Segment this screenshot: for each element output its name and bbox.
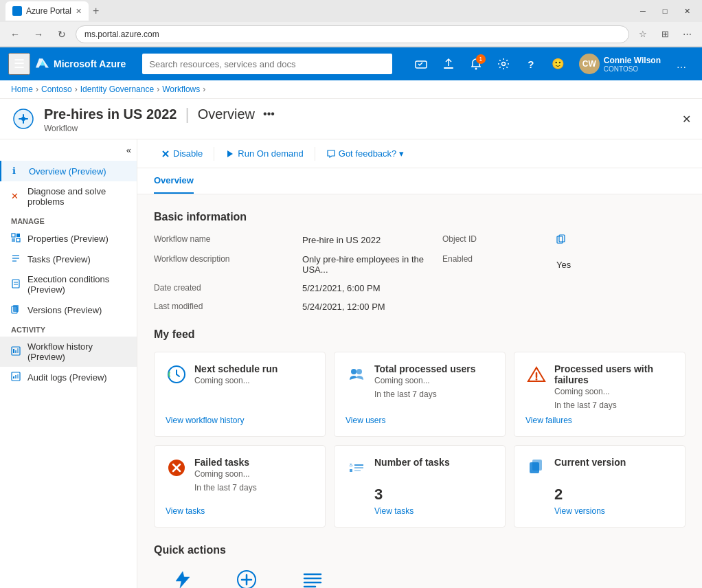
properties-icon [11, 233, 22, 244]
last-modified-value: 5/24/2021, 12:00 PM [302, 302, 431, 312]
user-menu[interactable]: CW Connie Wilson CONTOSO [574, 51, 666, 77]
disable-button[interactable]: Disable [154, 145, 210, 162]
favorites-button[interactable]: ☆ [633, 25, 653, 44]
svg-rect-6 [12, 234, 15, 237]
warning-triangle-icon [527, 365, 546, 384]
breadcrumb-home[interactable]: Home [11, 84, 33, 94]
more-button[interactable]: … [669, 52, 694, 76]
page-more-button[interactable]: ••• [260, 105, 278, 123]
svg-rect-24 [15, 375, 16, 378]
nav-actions: ☆ ⊞ ⋯ [633, 25, 697, 44]
sidebar-item-diagnose-label: Diagnose and solve problems [27, 186, 126, 207]
object-id-value [556, 234, 686, 246]
date-created-value: 5/21/2021, 6:00 PM [302, 283, 431, 293]
wf-desc-label: Workflow description [154, 254, 291, 275]
maximize-button[interactable]: □ [655, 4, 675, 18]
search-input[interactable] [142, 54, 392, 74]
tab-close-btn[interactable]: ✕ [76, 7, 82, 16]
card-processed-failures-subtitle: Coming soon... [554, 387, 674, 396]
extensions-button[interactable]: ⋯ [677, 25, 697, 44]
page-header: Pre-hires in US 2022 | Overview ••• Work… [0, 99, 702, 139]
card-total-users-header: Total processed users Coming soon... [346, 363, 494, 385]
forward-button[interactable]: → [29, 25, 48, 44]
settings-button[interactable] [491, 52, 516, 76]
avatar-initials: CW [582, 59, 596, 69]
content-area: Disable Run On demand Got feedback? ▾ Ov… [137, 139, 702, 588]
tasks-list-icon [347, 458, 366, 477]
sidebar-item-tasks[interactable]: Tasks (Preview) [0, 249, 137, 269]
notifications-button[interactable]: 1 [464, 52, 488, 76]
topbar-search-area [142, 54, 392, 74]
sidebar-collapse-button[interactable]: « [0, 139, 137, 161]
feedback-button[interactable]: 🙂 [546, 52, 571, 76]
help-button[interactable]: ? [519, 52, 543, 76]
breadcrumb: Home › Contoso › Identity Governance › W… [0, 80, 702, 99]
audit-logs-icon-svg [11, 372, 21, 381]
hamburger-menu[interactable]: ☰ [8, 53, 30, 75]
card-processed-failures: Processed users with failures Coming soo… [514, 352, 686, 437]
view-versions-link[interactable]: View versions [525, 506, 674, 516]
tab-overview[interactable]: Overview [154, 168, 194, 194]
version-icon-svg [527, 458, 546, 477]
diagnose-icon: ✕ [11, 191, 22, 202]
breadcrumb-identity-governance[interactable]: Identity Governance [80, 84, 154, 94]
wf-name-value: Pre-hire in US 2022 [302, 234, 431, 246]
breadcrumb-sep-1: › [36, 84, 38, 94]
quick-action-add-task[interactable]: Add task [231, 567, 263, 588]
minimize-button[interactable]: ─ [633, 4, 653, 18]
workflow-history-icon-svg [11, 346, 21, 356]
card-total-users-title-area: Total processed users Coming soon... [374, 363, 476, 385]
quick-action-view-history[interactable]: View workflow history [285, 567, 340, 588]
breadcrumb-workflows[interactable]: Workflows [162, 84, 200, 94]
copy-object-id-button[interactable] [556, 234, 566, 246]
feed-grid: Next schedule run Coming soon... View wo… [154, 352, 686, 528]
close-page-button[interactable]: ✕ [682, 113, 691, 126]
tab-favicon [12, 6, 22, 16]
run-on-demand-button[interactable]: Run On demand [218, 145, 310, 162]
sidebar-item-properties[interactable]: Properties (Preview) [0, 228, 137, 249]
toolbar-separator-1 [214, 147, 214, 161]
collections-button[interactable]: ⊞ [655, 25, 675, 44]
svg-rect-9 [16, 238, 20, 242]
workflow-icon [11, 106, 36, 131]
breadcrumb-contoso[interactable]: Contoso [41, 84, 72, 94]
card-next-schedule-subtitle: Coming soon... [194, 376, 278, 385]
card-next-schedule-title-area: Next schedule run Coming soon... [194, 363, 278, 385]
add-task-icon [234, 567, 259, 588]
close-window-button[interactable]: ✕ [677, 4, 697, 18]
sidebar-item-overview[interactable]: ℹ Overview (Preview) [0, 161, 137, 181]
sidebar-item-execution[interactable]: Execution conditions (Preview) [0, 269, 137, 299]
card-total-users: Total processed users Coming soon... In … [334, 352, 506, 437]
feedback-button[interactable]: Got feedback? ▾ [319, 145, 411, 162]
cloud-shell-button[interactable] [409, 52, 433, 76]
tasks-icon [11, 253, 22, 264]
view-users-link[interactable]: View users [346, 416, 494, 425]
refresh-button[interactable]: ↻ [52, 25, 71, 44]
sidebar-item-diagnose[interactable]: ✕ Diagnose and solve problems [0, 181, 137, 212]
quick-action-run-demand[interactable]: Run on demand [154, 567, 209, 588]
workflow-history-icon [11, 346, 22, 357]
view-failures-link[interactable]: View failures [525, 416, 674, 425]
sidebar-item-tasks-label: Tasks (Preview) [27, 254, 91, 264]
upload-button[interactable] [436, 52, 461, 76]
toolbar: Disable Run On demand Got feedback? ▾ [137, 139, 702, 168]
back-button[interactable]: ← [5, 25, 25, 44]
card-current-version-title: Current version [554, 457, 626, 468]
new-tab-button[interactable]: + [93, 5, 99, 17]
sidebar-item-audit-logs[interactable]: Audit logs (Preview) [0, 367, 137, 387]
browser-tab[interactable]: Azure Portal ✕ [5, 1, 89, 21]
tab-title: Azure Portal [26, 6, 71, 16]
sidebar-item-overview-label: Overview (Preview) [29, 166, 106, 177]
basic-info-title: Basic information [154, 211, 686, 223]
address-bar[interactable]: ms.portal.azure.com [76, 25, 629, 43]
feedback-icon [326, 149, 336, 159]
view-workflow-history-link[interactable]: View workflow history [166, 416, 314, 425]
svg-point-36 [536, 378, 538, 381]
card-failed-tasks-header: Failed tasks Coming soon... [166, 457, 314, 479]
view-tasks-link-number[interactable]: View tasks [346, 506, 494, 516]
svg-rect-7 [16, 234, 20, 237]
sidebar-item-workflow-history[interactable]: Workflow history (Preview) [0, 337, 137, 367]
sidebar-item-versions[interactable]: Versions (Preview) [0, 299, 137, 320]
view-tasks-link-failed[interactable]: View tasks [166, 506, 314, 516]
portal-logo[interactable]: Microsoft Azure [36, 57, 126, 71]
